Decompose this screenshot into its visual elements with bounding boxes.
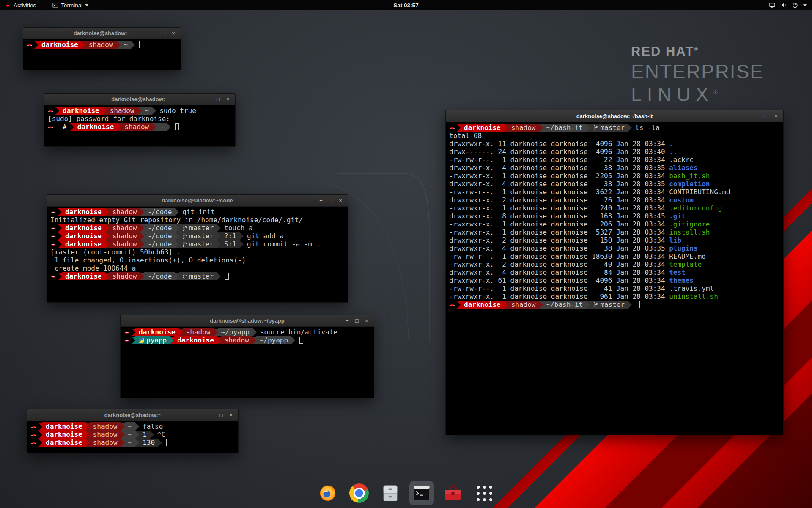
window-titlebar[interactable]: darknoise@shadow:~/bash-it−□× <box>446 110 783 122</box>
prompt-segment-user: darknoise <box>62 232 105 240</box>
terminal-prompt-line: darknoiseshadow~/bash-itmaster <box>448 301 781 309</box>
top-bar: Activities Terminal Sat 03:57 <box>0 0 812 10</box>
maximize-button[interactable]: □ <box>762 112 771 121</box>
powerline-separator <box>86 431 90 439</box>
prompt-segment-path: ~/code <box>144 240 176 248</box>
minimize-button[interactable]: − <box>204 95 213 104</box>
powerline-separator <box>175 273 179 280</box>
close-button[interactable]: × <box>169 29 178 38</box>
terminal-text: drwxrwxr-x. 2 darknoise darknoise 26 Jan… <box>449 196 669 204</box>
minimize-button[interactable]: − <box>752 112 761 121</box>
chevron-down-icon <box>85 4 88 6</box>
terminal-ls-line: drwxrwxr-x. 11 darknoise darknoise 4096 … <box>448 140 781 148</box>
maximize-button[interactable]: □ <box>326 196 335 205</box>
close-button[interactable]: × <box>227 411 235 420</box>
window-titlebar[interactable]: darknoise@shadow:~−□× <box>44 94 235 105</box>
redhat-prompt-icon <box>448 301 457 309</box>
terminal-text: [master (root-commit) 50bcb63] . <box>50 248 181 256</box>
dock-item-files[interactable] <box>378 481 403 505</box>
terminal-content[interactable]: darknoiseshadow~/codegit initInitialized… <box>47 207 348 302</box>
terminal-text: -rw-rw-r--. 1 darknoise darknoise 18630 … <box>449 252 669 260</box>
activities-button[interactable]: Activities <box>0 0 41 10</box>
maximize-button[interactable]: □ <box>353 317 361 325</box>
minimize-button[interactable]: − <box>150 29 158 38</box>
close-button[interactable]: × <box>224 95 232 104</box>
dock-item-firefox[interactable] <box>315 481 340 505</box>
window-titlebar[interactable]: darknoise@shadow:~−□× <box>23 28 181 39</box>
system-status-area[interactable] <box>763 0 812 10</box>
filename-dir: themes <box>669 276 694 284</box>
app-menu-terminal[interactable]: Terminal <box>47 0 93 10</box>
dock-item-toolbox[interactable] <box>441 481 465 505</box>
terminal-prompt-line: darknoiseshadow~/pyappsource bin/activat… <box>123 328 371 336</box>
prompt-segment-path: ~ <box>121 41 132 49</box>
volume-icon <box>780 2 787 8</box>
redhat-icon <box>5 3 11 8</box>
prompt-segment-stat: S:1 <box>221 240 240 248</box>
chevron-down-icon <box>803 4 807 6</box>
screen-icon <box>769 2 776 8</box>
terminal-window-pyapp[interactable]: darknoise@shadow:~/pyapp−□×darknoiseshad… <box>120 315 374 398</box>
terminal-content[interactable]: darknoiseshadow~ <box>23 39 181 70</box>
window-titlebar[interactable]: darknoise@shadow:~−□× <box>27 409 238 421</box>
terminal-text: create mode 100644 a <box>50 264 136 272</box>
powerline-separator <box>58 232 62 240</box>
prompt-segment-user: darknoise <box>74 123 118 131</box>
app-grid-icon <box>475 484 494 503</box>
terminal-ls-line: -rw-rw-r--. 1 darknoise darknoise 3622 J… <box>448 188 781 196</box>
prompt-segment-host: shadow <box>508 124 539 132</box>
close-button[interactable]: × <box>772 112 780 121</box>
terminal-window-sudo[interactable]: darknoise@shadow:~−□×darknoiseshadow~sud… <box>44 93 236 147</box>
powerline-separator <box>38 431 42 439</box>
close-button[interactable]: × <box>362 317 371 325</box>
terminal-content[interactable]: darknoiseshadow~/bash-itmasterls -latota… <box>446 122 783 435</box>
prompt-segment-path: ~/code <box>144 232 176 240</box>
minimize-button[interactable]: − <box>207 411 216 420</box>
powerline-separator <box>457 124 461 132</box>
prompt-segment-path: ~ <box>125 431 136 439</box>
redhat-prompt-icon <box>49 208 58 216</box>
powerline-separator <box>152 123 156 131</box>
terminal-output-line: [master (root-commit) 50bcb63] . <box>49 248 345 256</box>
dock-item-chrome[interactable] <box>347 481 371 505</box>
terminal-ls-line: -rw-rw-r--. 1 darknoise darknoise 41 Jan… <box>448 284 781 293</box>
filename-file: README.md <box>669 252 706 260</box>
prompt-segment-user: darknoise <box>62 240 105 248</box>
terminal-text: -rw-rw-r--. 1 darknoise darknoise 22 Jan… <box>449 156 669 164</box>
terminal-text: -rwxrwxr-x. 1 darknoise darknoise 961 Ja… <box>449 293 669 301</box>
filename-dir: . <box>669 140 673 148</box>
terminal-ls-line: drwxrwxr-x. 4 darknoise darknoise 84 Jan… <box>448 268 781 276</box>
powerline-separator <box>179 329 183 336</box>
window-titlebar[interactable]: darknoise@shadow:~/pyapp−□× <box>121 315 374 327</box>
powerline-separator <box>55 123 59 131</box>
terminal-window-home-1[interactable]: darknoise@shadow:~−□×darknoiseshadow~ <box>23 27 181 70</box>
dock-item-app-grid[interactable] <box>472 481 497 505</box>
maximize-button[interactable]: □ <box>214 95 222 104</box>
command-text: git add a <box>244 232 284 240</box>
clock[interactable]: Sat 03:57 <box>393 2 418 8</box>
maximize-button[interactable]: □ <box>159 29 168 38</box>
terminal-window-code[interactable]: darknoise@shadow:~/code−□×darknoiseshado… <box>47 194 348 303</box>
terminal-window-bash-it[interactable]: darknoise@shadow:~/bash-it−□×darknoisesh… <box>445 110 784 435</box>
minimize-button[interactable]: − <box>343 317 351 325</box>
maximize-button[interactable]: □ <box>217 411 225 420</box>
terminal-icon <box>412 483 431 503</box>
terminal-content[interactable]: darknoiseshadow~/pyappsource bin/activat… <box>121 327 374 398</box>
terminal-text: -rwxrwxr-x. 1 darknoise darknoise 5327 J… <box>449 228 669 236</box>
powerline-separator <box>70 123 74 131</box>
close-button[interactable]: × <box>336 196 345 205</box>
prompt-segment-user: darknoise <box>42 431 86 439</box>
dock-item-terminal[interactable] <box>409 481 434 505</box>
prompt-segment-user: darknoise <box>62 272 105 280</box>
powerline-separator <box>135 439 139 447</box>
terminal-window-home-2[interactable]: darknoise@shadow:~−□×darknoiseshadow~fal… <box>27 409 239 453</box>
window-titlebar[interactable]: darknoise@shadow:~/code−□× <box>47 195 348 207</box>
powerline-separator <box>504 301 508 309</box>
prompt-segment-host: shadow <box>109 208 140 216</box>
git-branch-icon <box>182 233 187 239</box>
minimize-button[interactable]: − <box>317 196 325 205</box>
terminal-content[interactable]: darknoiseshadow~falsedarknoiseshadow~1^C… <box>27 421 238 453</box>
terminal-content[interactable]: darknoiseshadow~sudo true[sudo] password… <box>44 105 235 146</box>
powerline-separator <box>58 224 62 232</box>
prompt-segment-user: darknoise <box>42 422 86 431</box>
